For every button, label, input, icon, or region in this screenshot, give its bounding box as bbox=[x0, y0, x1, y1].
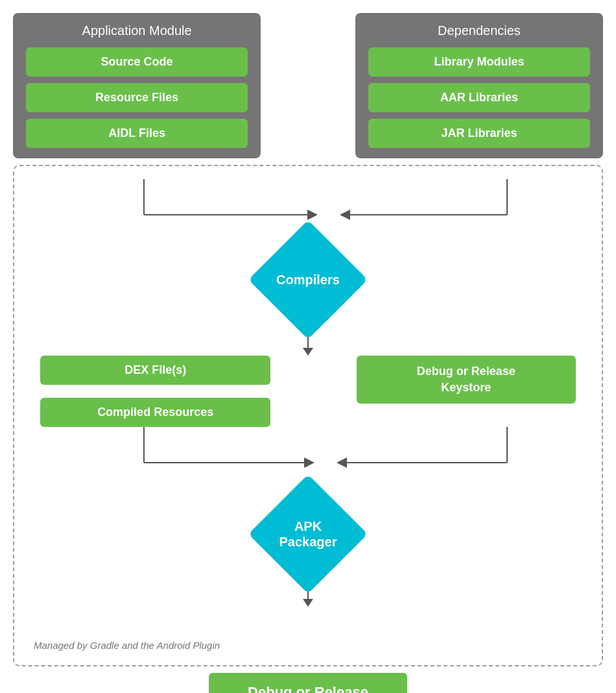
arrowhead-2 bbox=[303, 599, 313, 607]
apk-packager-label: APK Packager bbox=[266, 518, 350, 550]
source-code-item: Source Code bbox=[26, 47, 248, 77]
library-modules-item: Library Modules bbox=[368, 47, 590, 77]
keystore-item: Debug or Release Keystore bbox=[357, 356, 576, 404]
bottom-output-area: Debug or Release APK bbox=[13, 673, 603, 693]
resource-files-item: Resource Files bbox=[26, 83, 248, 112]
dependencies-box: Dependencies Library Modules AAR Librari… bbox=[355, 13, 603, 158]
right-column: Debug or Release Keystore bbox=[357, 356, 576, 404]
jar-libraries-item: JAR Libraries bbox=[368, 119, 590, 148]
compilers-label: Compilers bbox=[276, 272, 340, 287]
application-module-box: Application Module Source Code Resource … bbox=[13, 13, 261, 158]
aar-libraries-item: AAR Libraries bbox=[368, 83, 590, 112]
compilers-row: Compilers bbox=[34, 237, 582, 322]
compiled-resources-item: Compiled Resources bbox=[40, 398, 270, 427]
svg-marker-5 bbox=[340, 210, 350, 220]
aidl-files-item: AIDL Files bbox=[26, 119, 248, 148]
middle-row: DEX File(s) Compiled Resources Debug or … bbox=[34, 356, 582, 427]
diagram: Application Module Source Code Resource … bbox=[13, 13, 603, 693]
compilers-diamond: Compilers bbox=[248, 220, 368, 339]
gradle-managed-area: Compilers DEX File(s) Compiled Resources… bbox=[13, 165, 603, 666]
top-section: Application Module Source Code Resource … bbox=[13, 13, 603, 158]
svg-marker-2 bbox=[307, 210, 318, 220]
app-module-title: Application Module bbox=[26, 23, 248, 38]
dex-files-item: DEX File(s) bbox=[40, 356, 270, 385]
dependencies-title: Dependencies bbox=[368, 23, 590, 38]
arrowhead-1 bbox=[303, 348, 313, 356]
apk-packager-diamond: APK Packager bbox=[248, 474, 368, 594]
gradle-label: Managed by Gradle and the Android Plugin bbox=[34, 638, 220, 652]
svg-marker-11 bbox=[337, 457, 347, 468]
svg-marker-8 bbox=[304, 457, 314, 468]
apk-packager-row: APK Packager bbox=[34, 492, 582, 576]
final-apk-item: Debug or Release APK bbox=[209, 673, 407, 693]
left-column: DEX File(s) Compiled Resources bbox=[40, 356, 270, 427]
